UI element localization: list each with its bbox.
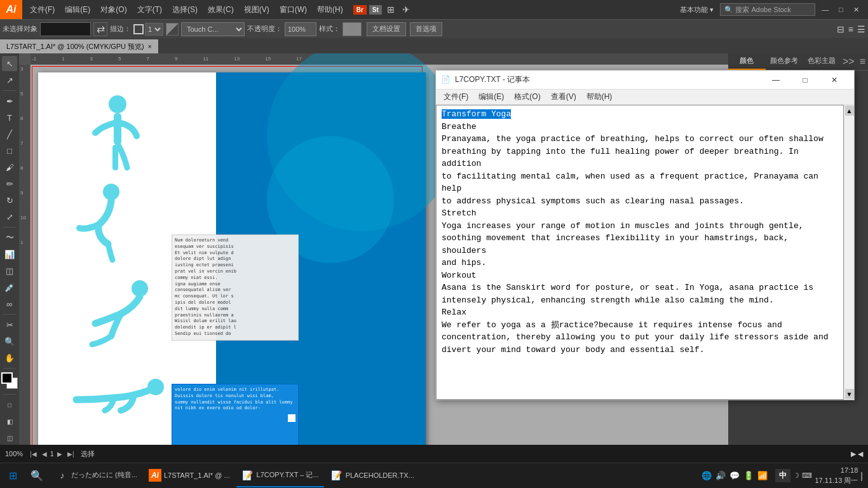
tool-sep-3 [3,314,16,315]
blend-tool[interactable]: ∞ [2,296,17,311]
draw-back-btn[interactable]: ◧ [2,414,17,429]
color-ref-tab[interactable]: 颜色参考 [766,53,803,70]
clock-display[interactable]: 17:18 17.11.13 周一 [815,466,858,485]
grid-icon[interactable]: ⊞ [384,4,397,15]
rp-menu-btn[interactable]: ≡ [857,53,868,70]
stroke-weight-select[interactable]: 1 [145,23,163,36]
minimize-btn[interactable]: — [818,4,832,15]
restore-btn[interactable]: □ [835,4,847,15]
color-theme-tab[interactable]: 色彩主题 [803,53,840,70]
start-button[interactable]: ⊞ [0,463,25,489]
taskbar-item-illustrator[interactable]: Ai L7START_1.AI* @ ... [144,464,235,487]
stock-search[interactable]: 🔍 搜索 Adobe Stock [720,3,815,16]
np-menu-format[interactable]: 格式(O) [509,90,545,104]
notepad-minimize-btn[interactable]: — [761,71,790,90]
eyedropper-tool[interactable]: 💉 [2,280,17,295]
yoga-figure-1 [76,92,153,183]
notepad-window-title: L7COPY.TXT - 记事本 [455,74,761,85]
menu-view[interactable]: 视图(V) [239,0,275,19]
taskbar-item-notepad[interactable]: 📝 L7COPY.TXT – 记... [236,464,324,487]
scale-tool[interactable]: ⤢ [2,209,17,224]
panel-toggle-icon[interactable]: ⊟ [837,24,844,34]
select-label: 未选择对象 [3,24,37,34]
menu-help[interactable]: 帮助(H) [312,0,348,19]
line-tool[interactable]: ╱ [2,126,17,142]
preferences-btn[interactable]: 首选项 [410,22,442,36]
swap-colors-btn[interactable]: ⇄ [93,22,107,36]
br-badge[interactable]: Br [353,5,367,15]
rect-tool[interactable]: □ [2,143,17,158]
notepad-content-area[interactable]: Transform Yoga Breathe Pranayama, the yo… [436,105,844,400]
rp-expand-btn[interactable]: >> [840,53,857,70]
color-swatches-area [1,372,18,391]
draw-normal-btn[interactable]: □ [2,397,17,412]
touch-type-select[interactable]: Touch C... [181,22,245,36]
scroll-down-btn[interactable]: ▼ [845,389,854,399]
active-tab[interactable]: L7START_1.AI* @ 100% (CMYK/GPU 预览) × [0,39,159,53]
fill-color[interactable] [40,22,91,36]
first-page-btn[interactable]: |◀ [28,451,39,458]
wifi-icon[interactable]: 📶 [757,471,768,480]
volume-icon[interactable]: 🔊 [715,471,726,480]
menu-file[interactable]: 文件(F) [25,0,60,19]
more-options-icon[interactable]: ☰ [857,24,865,34]
np-menu-edit[interactable]: 编辑(E) [473,90,509,104]
menu-object[interactable]: 对象(O) [95,0,132,19]
doc-settings-btn[interactable]: 文档设置 [367,22,406,36]
tab-title: L7START_1.AI* @ 100% (CMYK/GPU 预览) [6,42,144,51]
st-badge[interactable]: St [369,5,382,15]
text-overlay-light[interactable]: Num doloreeturn vendesequam ver suscipis… [172,234,299,341]
stroke-color-preview[interactable] [166,23,179,36]
ime-indicator[interactable]: 中 [775,469,790,482]
ruler-corner [19,53,31,65]
notepad-close-btn[interactable]: ✕ [820,71,849,90]
gradient-tool[interactable]: ◫ [2,263,17,278]
scroll-up-btn[interactable]: ▲ [845,105,854,116]
battery-icon[interactable]: 🔋 [743,471,754,480]
pen-tool[interactable]: ✒ [2,93,17,109]
direct-select-tool[interactable]: ↗ [2,72,17,88]
slice-tool[interactable]: ✂ [2,317,17,332]
draw-inside-btn[interactable]: ◫ [2,430,17,445]
arrange-icon[interactable]: ≡ [848,24,853,34]
hand-tool[interactable]: ✋ [2,350,17,365]
fg-swatch[interactable] [1,372,13,384]
menu-edit[interactable]: 编辑(E) [60,0,95,19]
close-btn[interactable]: ✕ [850,4,863,15]
color-tab[interactable]: 颜色 [728,53,766,70]
taskbar-item-placeholder[interactable]: 📝 PLACEHOLDER.TX... [325,464,419,487]
warp-tool[interactable]: 〜 [2,230,17,245]
paintbrush-tool[interactable]: 🖌 [2,159,17,175]
keyboard-icon[interactable]: ⌨ [802,471,812,480]
notepad-scrollbar[interactable]: ▲ ▼ [844,105,854,400]
type-tool[interactable]: T [2,110,17,125]
network-icon[interactable]: 🌐 [702,471,712,480]
rotate-tool[interactable]: ↻ [2,193,17,208]
np-menu-help[interactable]: 帮助(H) [581,90,618,104]
menu-select[interactable]: 选择(S) [167,0,203,19]
pencil-tool[interactable]: ✏ [2,176,17,191]
zoom-level[interactable]: 100% [5,450,23,458]
notepad-maximize-btn[interactable]: □ [790,71,820,90]
taskbar-search-btn[interactable]: 🔍 [25,464,48,487]
placeholder-taskbar-icon: 📝 [330,469,343,482]
menu-effect[interactable]: 效果(C) [203,0,239,19]
next-page-btn[interactable]: ▶ [55,451,64,458]
chat-icon[interactable]: 💬 [729,471,740,480]
send-icon[interactable]: ✈ [400,4,412,15]
left-toolpanel: ↖ ↗ ✒ T ╱ □ 🖌 ✏ ↻ ⤢ 〜 📊 ◫ 💉 ∞ ✂ 🔍 ✋ □ ◧ … [0,53,19,469]
graph-tool[interactable]: 📊 [2,247,17,262]
menu-window[interactable]: 窗口(W) [275,0,312,19]
np-menu-view[interactable]: 查看(V) [546,90,581,104]
np-menu-file[interactable]: 文件(F) [438,90,473,104]
select-tool[interactable]: ↖ [2,56,17,71]
taskbar-item-music[interactable]: ♪ だっためにに (纯音... [51,464,142,487]
tab-close-btn[interactable]: × [148,43,152,50]
prev-page-btn[interactable]: ◀ [40,451,49,458]
show-desktop-btn[interactable]: | [860,471,863,481]
menu-text[interactable]: 文字(T) [132,0,167,19]
workspace-btn[interactable]: 基本功能 ▾ [676,4,717,16]
opacity-input[interactable] [285,22,316,36]
zoom-tool[interactable]: 🔍 [2,334,17,349]
last-page-btn[interactable]: ▶| [65,451,76,458]
